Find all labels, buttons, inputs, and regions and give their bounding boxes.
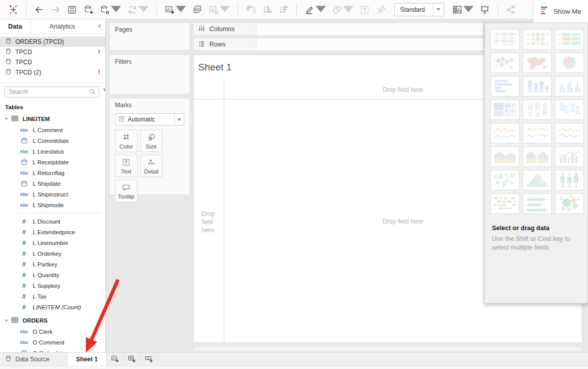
showme-scatter-plot[interactable] <box>490 170 520 190</box>
horizontal-scrollbar[interactable] <box>193 346 582 352</box>
filters-card[interactable]: Filters <box>109 55 190 94</box>
share-workbook-button[interactable] <box>503 2 519 17</box>
new-worksheet-button[interactable] <box>161 2 189 17</box>
redo-button[interactable] <box>48 2 64 17</box>
showme-stacked-bars[interactable] <box>523 76 552 96</box>
field-item[interactable]: #L Quantity <box>0 269 105 280</box>
field-item[interactable]: AbcL Shipmode <box>0 200 105 210</box>
field-item[interactable]: AbcO Comment <box>0 337 105 348</box>
field-item[interactable]: #L Suppkey <box>0 280 105 291</box>
field-item[interactable]: AbcL Returnflag <box>0 167 105 178</box>
tableau-logo[interactable] <box>5 2 21 17</box>
add-datasource-button[interactable] <box>80 2 97 17</box>
swap-rows-columns-button[interactable] <box>243 2 259 17</box>
showme-symbol-map[interactable] <box>490 53 520 73</box>
new-worksheet-tab-button[interactable] <box>107 353 124 366</box>
showme-histogram[interactable] <box>523 170 552 190</box>
field-item[interactable]: L Receiptdate <box>0 157 105 167</box>
showme-dual-lines[interactable] <box>555 123 584 143</box>
field-item[interactable]: #L Partkey <box>0 259 105 269</box>
showme-horizontal-bars[interactable] <box>490 76 520 96</box>
show-hide-cards-button[interactable] <box>449 2 477 17</box>
caret-down-icon <box>433 4 443 16</box>
field-item[interactable]: AbcL Linestatus <box>0 146 105 157</box>
showme-filled-map[interactable] <box>523 53 552 73</box>
datasource-item[interactable]: TPCD <box>0 57 105 67</box>
field-item[interactable]: L Commitdate <box>0 135 105 146</box>
datasource-item[interactable]: TPCD (2)! <box>0 67 105 78</box>
toolbar-items: Standard <box>0 0 588 19</box>
field-item[interactable]: #L Extendedprice <box>0 227 105 237</box>
field-item[interactable]: AbcO Clerk <box>0 326 105 337</box>
showme-highlight-table[interactable] <box>523 29 552 50</box>
showme-lines-discrete[interactable] <box>523 123 552 143</box>
rows-shelf-drop[interactable] <box>256 38 484 51</box>
showme-area-continuous[interactable] <box>490 146 520 167</box>
collapse-pane-button[interactable] <box>94 19 105 33</box>
duplicate-sheet-button[interactable] <box>189 2 205 17</box>
columns-shelf-drop[interactable] <box>256 22 484 36</box>
showme-box-and-whisker[interactable] <box>555 170 584 190</box>
field-item[interactable]: #L Linenumber <box>0 237 105 248</box>
clear-sheet-button[interactable] <box>205 2 233 17</box>
marks-size-button[interactable]: Size <box>140 130 162 152</box>
marks-detail-button[interactable]: Detail <box>140 155 162 177</box>
field-item[interactable]: L Shipdate <box>0 178 105 189</box>
undo-button[interactable] <box>31 2 48 17</box>
rows-shelf-label: Rows <box>209 41 225 48</box>
field-item[interactable]: #L Tax <box>0 291 105 302</box>
showme-area-discrete[interactable] <box>523 146 552 167</box>
showme-dual-combination[interactable] <box>555 146 584 167</box>
showme-pie-chart[interactable] <box>555 53 584 73</box>
save-button[interactable] <box>64 2 80 17</box>
pages-card[interactable]: Pages <box>109 22 190 51</box>
presentation-mode-button[interactable] <box>477 2 493 17</box>
highlight-button[interactable] <box>301 2 329 17</box>
showme-text-table[interactable] <box>490 29 520 50</box>
tab-analytics[interactable]: Analytics <box>31 19 94 33</box>
field-item[interactable]: AbcL Comment <box>0 125 105 135</box>
showme-heatmap[interactable] <box>555 29 584 50</box>
mark-type-select[interactable]: Automatic <box>115 113 184 126</box>
sort-ascending-button[interactable] <box>259 2 275 17</box>
refresh-data-button[interactable] <box>124 2 152 17</box>
showme-side-by-side-circles[interactable] <box>555 100 584 120</box>
new-dashboard-tab-button[interactable] <box>124 353 140 366</box>
field-item[interactable]: #LINEITEM (Count) <box>0 302 105 312</box>
tab-data[interactable]: Data <box>0 19 31 33</box>
group-members-button[interactable] <box>329 2 357 17</box>
field-item[interactable]: #L Discount <box>0 216 105 227</box>
fit-select[interactable]: Standard <box>394 3 444 16</box>
show-me-button[interactable]: Show Me <box>533 0 588 22</box>
pause-auto-updates-button[interactable] <box>97 2 124 17</box>
showme-side-by-side-bars[interactable] <box>555 76 584 96</box>
field-item[interactable]: AbcL Shipinstruct <box>0 189 105 200</box>
showme-packed-bubbles[interactable] <box>555 193 584 214</box>
search-box[interactable] <box>4 86 99 97</box>
marks-color-button[interactable]: Color <box>115 130 137 152</box>
datasource-item[interactable]: ORDERS (TPCD) <box>0 37 105 47</box>
text-label-icon <box>360 5 370 15</box>
drop-zone-rows[interactable]: Drop field here <box>202 210 222 234</box>
field-item[interactable]: #L Orderkey <box>0 248 105 259</box>
showme-gantt[interactable] <box>490 193 520 214</box>
new-story-icon <box>145 355 153 364</box>
show-mark-labels-button[interactable] <box>357 2 373 17</box>
tab-sheet-1[interactable]: Sheet 1 <box>67 353 107 366</box>
showme-treemap[interactable] <box>490 100 520 120</box>
sort-descending-button[interactable] <box>275 2 292 17</box>
filter-fields-button[interactable] <box>103 88 106 96</box>
field-item[interactable]: O Orderdate <box>0 348 105 352</box>
showme-bullet-graph[interactable] <box>523 193 552 214</box>
showme-circle-views[interactable] <box>523 100 552 120</box>
marks-tooltip-button[interactable]: Tooltip <box>115 180 137 202</box>
table-group-lineitem[interactable]: LINEITEM <box>0 113 105 125</box>
search-input[interactable] <box>8 88 89 96</box>
fix-axes-button[interactable] <box>373 2 389 17</box>
table-group-orders[interactable]: ORDERS <box>0 315 105 326</box>
marks-text-button[interactable]: Text <box>115 155 137 177</box>
tab-data-source[interactable]: Data Source <box>0 353 67 366</box>
showme-lines-continuous[interactable] <box>490 123 520 143</box>
new-story-tab-button[interactable] <box>140 353 157 366</box>
datasource-item[interactable]: TPCD! <box>0 47 105 57</box>
